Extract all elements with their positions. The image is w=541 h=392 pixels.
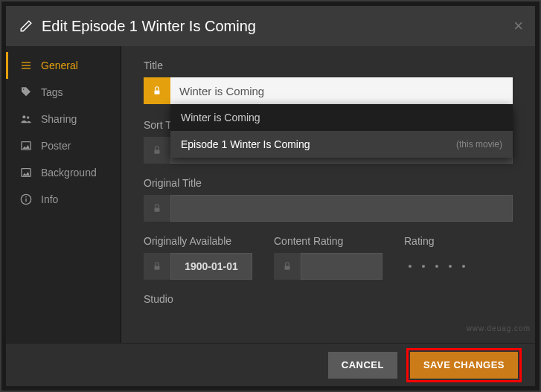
sidebar-item-general[interactable]: General	[6, 52, 121, 79]
save-highlight: SAVE CHANGES	[406, 348, 522, 382]
sidebar-item-label: Info	[41, 193, 58, 205]
sort-title-lock-toggle[interactable]	[144, 137, 170, 164]
autocomplete-item[interactable]: Winter is Coming	[170, 104, 513, 131]
people-icon	[19, 113, 33, 125]
autocomplete-dropdown: Winter is Coming Episode 1 Winter Is Com…	[170, 104, 513, 158]
sidebar-item-label: Poster	[41, 140, 71, 152]
svg-rect-2	[22, 68, 31, 68]
original-title-input[interactable]	[170, 195, 513, 222]
studio-label: Studio	[144, 293, 513, 305]
sidebar-item-label: Sharing	[41, 113, 77, 125]
lock-icon	[152, 261, 162, 271]
content-pane: Title Winter is Coming Episode 1 Winter	[121, 46, 535, 343]
title-input-row: Winter is Coming Episode 1 Winter Is Com…	[144, 77, 513, 104]
cancel-button[interactable]: CANCEL	[328, 352, 397, 379]
autocomplete-item-hint: (this movie)	[456, 139, 502, 150]
svg-point-4	[27, 116, 29, 118]
original-title-label: Original Title	[144, 177, 513, 189]
svg-rect-0	[22, 62, 31, 62]
svg-rect-8	[25, 199, 26, 202]
info-icon	[19, 193, 33, 205]
title-input[interactable]	[170, 77, 513, 104]
title-label: Title	[144, 60, 513, 71]
autocomplete-item-label: Winter is Coming	[181, 112, 260, 123]
save-button[interactable]: SAVE CHANGES	[410, 352, 518, 379]
autocomplete-item[interactable]: Episode 1 Winter Is Coming (this movie)	[170, 131, 513, 158]
rating-stars[interactable]	[404, 253, 513, 280]
sidebar-item-label: Tags	[41, 86, 63, 98]
title-lock-toggle[interactable]	[144, 77, 170, 104]
image-icon	[19, 167, 33, 179]
sidebar-item-tags[interactable]: Tags	[6, 79, 121, 106]
list-icon	[19, 60, 33, 71]
image-icon	[19, 140, 33, 152]
originally-available-label: Originally Available	[144, 235, 274, 247]
sidebar-item-poster[interactable]: Poster	[6, 132, 121, 159]
modal-header: Edit Episode 1 Winter Is Coming ×	[6, 6, 535, 46]
sidebar-item-label: Background	[41, 167, 97, 179]
lock-icon	[152, 145, 162, 155]
svg-rect-1	[22, 65, 31, 65]
svg-rect-11	[155, 150, 160, 153]
content-rating-label: Content Rating	[274, 235, 404, 247]
sidebar: General Tags Sharing Poster	[6, 46, 121, 343]
lock-icon	[152, 86, 162, 96]
autocomplete-item-label: Episode 1 Winter Is Coming	[181, 138, 310, 150]
svg-rect-13	[155, 266, 160, 269]
modal-title: Edit Episode 1 Winter Is Coming	[42, 18, 256, 35]
close-icon: ×	[513, 16, 523, 35]
lock-icon	[152, 203, 162, 213]
svg-rect-10	[155, 90, 160, 94]
svg-rect-14	[285, 266, 290, 269]
modal-body: General Tags Sharing Poster	[6, 46, 535, 343]
content-rating-input[interactable]	[301, 253, 382, 280]
svg-point-3	[22, 115, 25, 118]
edit-modal: Edit Episode 1 Winter Is Coming × Genera…	[6, 6, 535, 386]
original-title-lock-toggle[interactable]	[144, 195, 170, 222]
close-button[interactable]: ×	[513, 16, 523, 36]
originally-available-input[interactable]: 1900-01-01	[170, 253, 252, 280]
content-rating-lock-toggle[interactable]	[274, 253, 301, 280]
pencil-icon	[19, 19, 33, 33]
sidebar-item-info[interactable]: Info	[6, 186, 121, 213]
lock-icon	[282, 261, 292, 271]
sidebar-item-label: General	[41, 60, 78, 71]
sidebar-item-background[interactable]: Background	[6, 159, 121, 186]
svg-rect-12	[155, 208, 160, 211]
rating-label: Rating	[404, 235, 513, 247]
date-lock-toggle[interactable]	[144, 253, 170, 280]
svg-rect-9	[25, 196, 26, 197]
tag-icon	[19, 86, 33, 98]
sidebar-item-sharing[interactable]: Sharing	[6, 106, 121, 132]
modal-footer: CANCEL SAVE CHANGES	[6, 343, 535, 386]
